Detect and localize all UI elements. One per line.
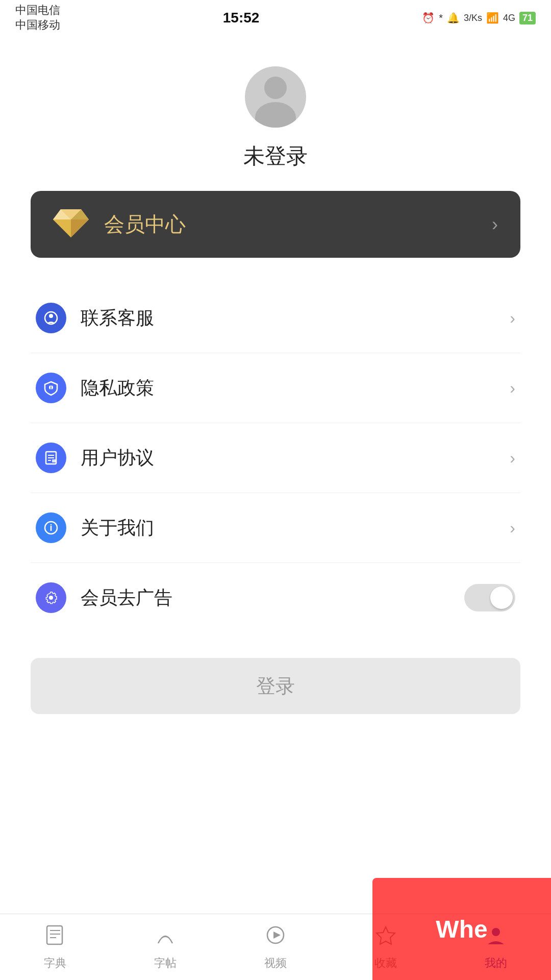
notification-icon: 🔔	[447, 12, 460, 24]
user-agreement-chevron-icon: ›	[510, 449, 515, 468]
copybook-icon	[154, 924, 177, 951]
battery-indicator: 71	[519, 12, 536, 24]
video-nav-label: 视频	[264, 955, 287, 971]
privacy-policy-label: 隐私政策	[81, 376, 154, 401]
copybook-nav-label: 字帖	[154, 955, 177, 971]
bluetooth-icon: *	[439, 12, 443, 24]
toggle-knob	[490, 586, 513, 609]
svg-rect-17	[47, 926, 62, 944]
menu-item-customer-service[interactable]: 联系客服 ›	[31, 283, 520, 353]
status-bar: 中国电信 中国移动 15:52 ⏰ * 🔔 3/Ks 📶 4G 71	[0, 0, 551, 36]
menu-item-privacy-policy[interactable]: i 隐私政策 ›	[31, 353, 520, 423]
svg-marker-5	[71, 219, 89, 237]
nav-item-video[interactable]: 视频	[264, 924, 287, 971]
vip-chevron-right-icon: ›	[492, 214, 498, 235]
network-icon: 4G	[503, 13, 515, 23]
shield-icon: i	[36, 373, 66, 403]
vip-banner[interactable]: 会员中心 ›	[31, 191, 520, 258]
about-us-chevron-icon: ›	[510, 519, 515, 537]
main-content: 未登录 会员中心 ›	[0, 36, 551, 914]
menu-item-about-us[interactable]: i 关于我们 ›	[31, 493, 520, 563]
about-us-label: 关于我们	[81, 516, 154, 541]
carrier2: 中国移动	[15, 18, 60, 33]
current-time: 15:52	[223, 10, 260, 26]
dictionary-icon	[44, 924, 66, 951]
customer-service-label: 联系客服	[81, 306, 154, 331]
svg-text:i: i	[49, 523, 52, 533]
username-text: 未登录	[243, 142, 308, 170]
watermark-overlay: Whe	[372, 878, 551, 980]
customer-service-chevron-icon: ›	[510, 309, 515, 328]
user-agreement-label: 用户协议	[81, 446, 154, 471]
nav-item-dictionary[interactable]: 字典	[44, 924, 66, 971]
avatar-head	[264, 77, 287, 99]
privacy-policy-chevron-icon: ›	[510, 379, 515, 398]
status-icons: ⏰ * 🔔 3/Ks 📶 4G 71	[422, 12, 536, 24]
vip-banner-left: 会员中心	[53, 209, 186, 239]
vip-diamond-icon	[53, 209, 89, 239]
wifi-icon: 📶	[486, 12, 499, 24]
document-icon	[36, 443, 66, 473]
watermark-text: Whe	[436, 915, 487, 943]
menu-list: 联系客服 › i 隐私政策 ›	[31, 283, 520, 632]
nav-item-copybook[interactable]: 字帖	[154, 924, 177, 971]
service-icon	[36, 303, 66, 333]
remove-ads-toggle[interactable]	[464, 584, 515, 611]
carrier1: 中国电信	[15, 3, 60, 18]
remove-ads-label: 会员去广告	[81, 585, 172, 610]
svg-text:i: i	[50, 384, 52, 391]
login-button[interactable]: 登录	[31, 658, 520, 714]
menu-item-user-agreement[interactable]: 用户协议 ›	[31, 423, 520, 493]
avatar	[245, 66, 306, 128]
menu-item-remove-ads[interactable]: 会员去广告	[31, 563, 520, 632]
vip-label: 会员中心	[104, 210, 186, 238]
carrier-info: 中国电信 中国移动	[15, 3, 60, 32]
dictionary-nav-label: 字典	[44, 955, 66, 971]
alarm-icon: ⏰	[422, 12, 435, 24]
svg-rect-14	[52, 459, 56, 462]
avatar-body	[255, 102, 296, 128]
info-icon: i	[36, 512, 66, 543]
svg-point-7	[49, 314, 53, 318]
svg-marker-4	[53, 219, 71, 237]
signal-info: 3/Ks	[464, 13, 482, 23]
gear-icon	[36, 582, 66, 613]
video-icon	[264, 924, 287, 951]
